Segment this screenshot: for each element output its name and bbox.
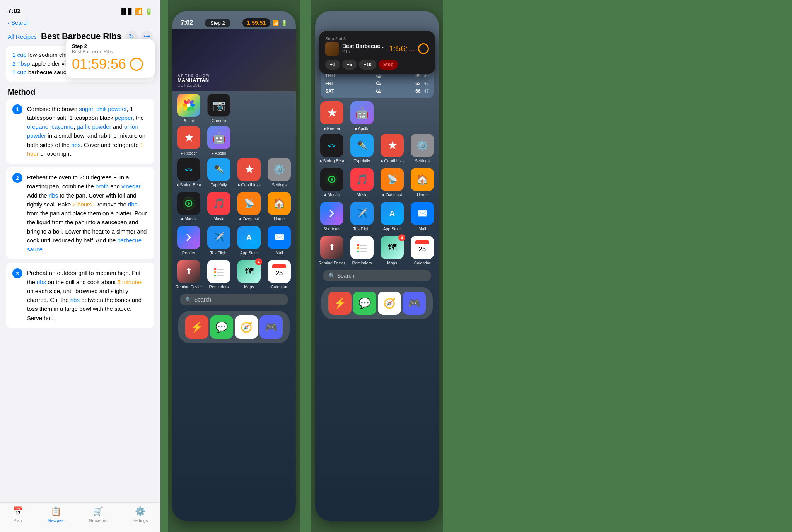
app-overcast[interactable]: 📡 ● Overcast <box>236 192 262 221</box>
app-apollo[interactable]: 🤖 ● Apollo <box>206 126 232 155</box>
app-mail[interactable]: ✉️ Mail <box>266 226 292 255</box>
app-music-2[interactable]: 🎵 Music <box>349 168 375 197</box>
app-camera[interactable]: 📷 Camera <box>206 94 232 123</box>
app-empty-3 <box>236 126 262 155</box>
ingredient-link[interactable]: garlic powder <box>77 123 111 130</box>
ingredient-link[interactable]: ribs <box>37 279 46 285</box>
app-marvis-2[interactable]: ● Marvis <box>319 168 345 197</box>
app-mail-2[interactable]: ✉️ Mail <box>409 202 435 231</box>
ingredient-link[interactable]: pepper <box>115 114 133 121</box>
all-recipes-link[interactable]: All Recipes <box>8 33 37 40</box>
app-settings-2[interactable]: ⚙️ Settings <box>409 134 435 163</box>
ingredient-link[interactable]: ribs <box>49 192 58 199</box>
app-reeder[interactable]: ★ ● Reeder <box>176 126 202 155</box>
maps-label-2: Maps <box>387 261 397 265</box>
app-row-2: ★ ● Reeder 🤖 ● Apollo <box>172 125 296 156</box>
ingredient-link[interactable]: broth <box>96 183 109 189</box>
photos-label: Photos <box>183 118 195 123</box>
ingredient-link[interactable]: ribs <box>128 201 137 208</box>
ingredient-link[interactable]: ribs <box>70 297 80 303</box>
app-typefully-2[interactable]: ✒️ Typefully <box>349 134 375 163</box>
phone-frame-1: 7:02 Step 2 1:59:51 📶 🔋 AT THE SHOW MANH… <box>172 11 296 521</box>
ingredient-link[interactable]: oregano <box>27 123 48 130</box>
app-calendar-2[interactable]: 25TUE Calendar <box>409 236 435 265</box>
back-nav[interactable]: ‹ Search <box>0 17 160 28</box>
back-label: Search <box>11 19 30 26</box>
app-overcast-2[interactable]: 📡 ● Overcast <box>379 168 405 197</box>
goodlinks-label: ● GoodLinks <box>237 182 260 187</box>
app-remindfaster-2[interactable]: ⬆ Remind Faster <box>319 236 345 265</box>
back-arrow-icon: ‹ <box>8 19 10 26</box>
app-typefully[interactable]: ✒️ Typefully <box>206 158 232 187</box>
dock-discord[interactable]: 🎮 <box>259 315 283 339</box>
app-music[interactable]: 🎵 Music <box>206 192 232 221</box>
ingredient-link[interactable]: ribs <box>71 142 80 148</box>
phone-search-bar[interactable]: 🔍 Search <box>180 294 288 305</box>
app-settings[interactable]: ⚙️ Settings <box>266 158 292 187</box>
dock-discord-2[interactable]: 🎮 <box>403 292 426 315</box>
shortcuts-label-2: Shortcuts <box>323 227 340 231</box>
svg-point-4 <box>190 104 195 107</box>
timer-recipe-name: Best Barbecue Ribs <box>72 49 148 55</box>
app-testflight-2[interactable]: ✈️ TestFlight <box>349 202 375 231</box>
timer-plus10[interactable]: +10 <box>359 60 376 70</box>
ingredient-link[interactable]: sugar <box>79 106 93 112</box>
phone-hero: AT THE SHOW MANHATTAN OCT 25, 2018 <box>172 29 296 91</box>
ingredient-link[interactable]: chili powder <box>96 106 126 112</box>
app-appstore[interactable]: A App Store <box>236 226 262 255</box>
marvis-label: ● Marvis <box>181 217 196 221</box>
app-appstore-2[interactable]: A App Store <box>379 202 405 231</box>
settings-label-2: Settings <box>415 159 430 163</box>
dock-reeder[interactable]: ⚡ <box>185 315 208 339</box>
appstore-icon: A <box>237 226 261 249</box>
stop-button[interactable]: Stop <box>379 60 398 70</box>
app-reminders-2[interactable]: Reminders <box>349 236 375 265</box>
ingredient-link[interactable]: vinegar <box>121 183 140 189</box>
app-spring-beta[interactable]: <> ● Spring Beta <box>176 158 202 187</box>
dock-safari-icon-2: 🧭 <box>383 297 396 309</box>
phone-search-bar-2[interactable]: 🔍 Search <box>323 270 431 281</box>
app-reeder-2[interactable]: ★ ● Reeder <box>319 101 345 131</box>
app-goodlinks[interactable]: ★ ● GoodLinks <box>236 158 262 187</box>
app-spring-2[interactable]: <> ● Spring Beta <box>319 134 345 163</box>
dock-messages-2[interactable]: 💬 <box>353 292 376 315</box>
app-maps[interactable]: 🗺 4 Maps <box>236 260 262 289</box>
timer-link[interactable]: 1 hour <box>27 142 143 157</box>
music-icon: 🎵 <box>207 192 230 215</box>
ingredient-link[interactable]: cayenne <box>51 123 73 130</box>
app-maps-2[interactable]: 🗺 4 Maps <box>379 236 405 265</box>
app-reminders[interactable]: Reminders <box>206 260 232 289</box>
app-marvis[interactable]: ● Marvis <box>176 192 202 221</box>
dock-safari[interactable]: 🧭 <box>235 315 258 339</box>
app-home[interactable]: 🏠 Home <box>266 192 292 221</box>
ingredient-link[interactable]: barbecue sauce <box>27 237 142 252</box>
app-goodlinks-2[interactable]: ★ ● GoodLinks <box>379 134 405 163</box>
tab-recipes[interactable]: 📋 Recipes <box>48 506 64 523</box>
app-shortcuts[interactable]: Reeder <box>176 226 202 255</box>
app-calendar[interactable]: 25TUE Calendar <box>266 260 292 289</box>
app-photos[interactable]: Photos <box>176 94 202 123</box>
music-label: Music <box>213 217 224 221</box>
timer-link[interactable]: 2 hours <box>73 201 92 208</box>
dock-reeder-2[interactable]: ⚡ <box>328 292 352 315</box>
timer-plus5[interactable]: +5 <box>342 60 357 70</box>
timer-info: Best Barbecue... 2 hr <box>342 43 385 55</box>
timer-plus1[interactable]: +1 <box>325 60 340 70</box>
tab-settings[interactable]: ⚙️ Settings <box>133 506 148 523</box>
timer-link[interactable]: 5 minutes <box>118 279 143 285</box>
app-empty-2 <box>266 94 292 123</box>
app-apollo-2[interactable]: 🤖 ● Apollo <box>349 101 375 131</box>
app-remindfaster[interactable]: ⬆ Remind Faster <box>176 260 202 289</box>
app-testflight[interactable]: ✈️ TestFlight <box>206 226 232 255</box>
reeder-icon: ★ <box>177 126 200 149</box>
app-home-2[interactable]: 🏠 Home <box>409 168 435 197</box>
music-icon-2: 🎵 <box>350 168 374 191</box>
weather-temps-sat: 66 47 <box>415 89 429 94</box>
svg-point-11 <box>188 202 190 205</box>
app-shortcuts-2[interactable]: Shortcuts <box>319 202 345 231</box>
tab-plan[interactable]: 📅 Plan <box>13 506 23 523</box>
dock-safari-2[interactable]: 🧭 <box>378 292 401 315</box>
dock-messages[interactable]: 💬 <box>210 315 233 339</box>
shortcuts-label: Reeder <box>182 251 195 255</box>
tab-groceries[interactable]: 🛒 Groceries <box>89 506 108 523</box>
